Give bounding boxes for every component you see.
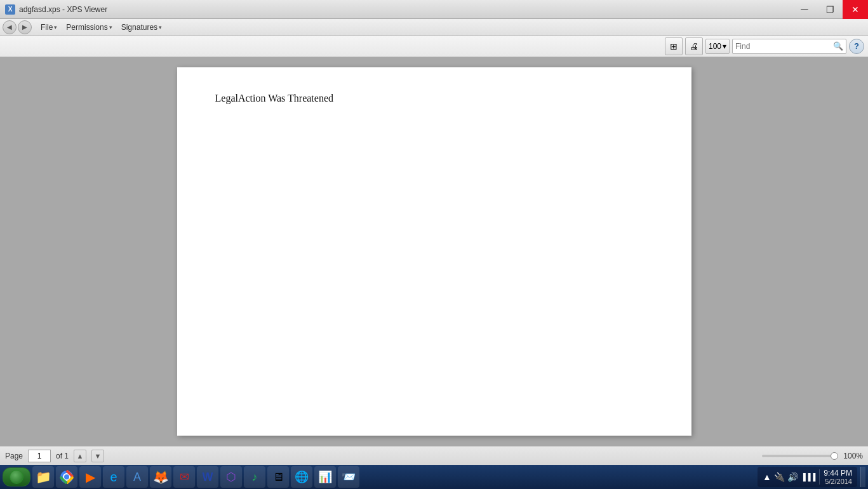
search-box: 🔍 <box>732 39 846 54</box>
system-clock[interactable]: 9:44 PM 5/2/2014 <box>824 469 852 485</box>
system-tray-icons: ▲ 🔌 🔊 ▐▐▐ <box>763 472 815 482</box>
zoom-dropdown-icon: ▾ <box>723 42 726 51</box>
page-up-button[interactable]: ▲ <box>74 450 86 462</box>
page-number-input[interactable] <box>28 450 51 462</box>
taskbar-media-player[interactable]: ▶ <box>79 466 101 488</box>
show-desktop-button[interactable] <box>860 467 865 487</box>
svg-point-2 <box>64 474 69 479</box>
zoom-slider-area: 100% <box>762 452 863 460</box>
taskbar-app2[interactable]: ✉ <box>173 466 195 488</box>
document-text: LegalAction Was Threatened <box>215 93 653 104</box>
nav-back-forward: ◀ ▶ <box>3 20 32 34</box>
permissions-menu-arrow: ▾ <box>109 24 112 30</box>
of-label: of 1 <box>56 452 69 460</box>
taskbar-app3[interactable]: ⬡ <box>220 466 242 488</box>
file-menu[interactable]: File ▾ <box>37 20 61 34</box>
page-label: Page <box>5 452 23 460</box>
taskbar-unknown1[interactable]: A <box>126 466 148 488</box>
window-title: adgfasd.xps - XPS Viewer <box>19 5 107 14</box>
start-orb <box>10 470 23 484</box>
taskbar-app5[interactable]: 🌐 <box>291 466 312 488</box>
signatures-menu-arrow: ▾ <box>159 24 162 30</box>
menu-bar: ◀ ▶ File ▾ Permissions ▾ Signatures ▾ <box>0 19 868 36</box>
zoom-selector[interactable]: 100 ▾ <box>705 39 730 54</box>
zoom-percent-label: 100% <box>843 452 863 460</box>
taskbar: 📁 ▶ e A 🦊 ✉ W <box>0 465 868 489</box>
search-icon[interactable]: 🔍 <box>833 41 843 51</box>
taskbar-spotify[interactable]: ♪ <box>244 466 265 488</box>
help-button[interactable]: ? <box>849 39 864 54</box>
zoom-value: 100 <box>709 42 721 51</box>
tray-network[interactable]: 🔌 <box>774 472 785 482</box>
search-input[interactable] <box>735 42 831 51</box>
taskbar-chrome[interactable] <box>56 466 77 488</box>
main-content-area: LegalAction Was Threatened <box>0 57 868 446</box>
taskbar-app4[interactable]: 🖥 <box>267 466 289 488</box>
thumbnail-view-button[interactable]: ⊞ <box>665 37 683 55</box>
zoom-slider[interactable] <box>762 455 838 457</box>
clock-date: 5/2/2014 <box>824 478 852 485</box>
print-button[interactable]: 🖨 <box>685 37 703 55</box>
tray-signal: ▐▐▐ <box>801 473 815 481</box>
nav-back-button[interactable]: ◀ <box>3 20 17 34</box>
tray-divider <box>819 469 820 485</box>
tray-volume[interactable]: 🔊 <box>787 472 798 482</box>
clock-time: 9:44 PM <box>824 469 852 478</box>
close-button[interactable]: ✕ <box>843 0 868 19</box>
restore-button[interactable]: ❐ <box>817 0 843 19</box>
taskbar-app7[interactable]: 📨 <box>338 466 359 488</box>
taskbar-word[interactable]: W <box>197 466 218 488</box>
start-button[interactable] <box>3 467 30 486</box>
signatures-menu[interactable]: Signatures ▾ <box>117 20 166 34</box>
taskbar-app6[interactable]: 📊 <box>314 466 336 488</box>
document-page: LegalAction Was Threatened <box>177 67 691 436</box>
file-menu-arrow: ▾ <box>54 24 57 30</box>
status-bar: Page of 1 ▲ ▼ 100% <box>0 446 868 465</box>
minimize-button[interactable]: ─ <box>792 0 817 19</box>
tray-chevron[interactable]: ▲ <box>763 472 771 482</box>
taskbar-tray: ▲ 🔌 🔊 ▐▐▐ 9:44 PM 5/2/2014 <box>758 467 857 487</box>
zoom-thumb[interactable] <box>831 452 838 460</box>
toolbar: ⊞ 🖨 100 ▾ 🔍 ? <box>0 36 868 57</box>
permissions-menu[interactable]: Permissions ▾ <box>62 20 116 34</box>
title-bar: X adgfasd.xps - XPS Viewer ─ ❐ ✕ <box>0 0 868 19</box>
taskbar-ie[interactable]: e <box>103 466 124 488</box>
window-controls: ─ ❐ ✕ <box>792 0 868 19</box>
taskbar-file-explorer[interactable]: 📁 <box>32 466 54 488</box>
page-down-button[interactable]: ▼ <box>91 450 104 462</box>
taskbar-firefox[interactable]: 🦊 <box>150 466 171 488</box>
nav-forward-button[interactable]: ▶ <box>18 20 32 34</box>
app-icon: X <box>5 4 15 15</box>
